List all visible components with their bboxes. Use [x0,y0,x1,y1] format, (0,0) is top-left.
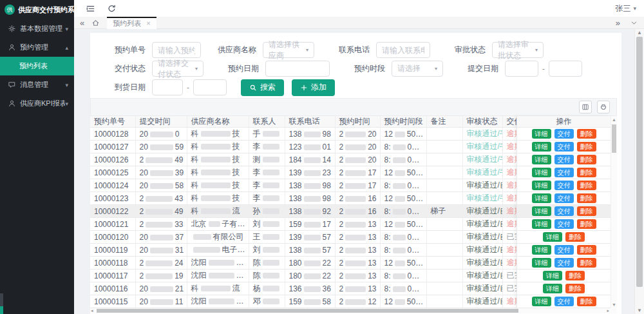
sidebar-scrollbar-thumb[interactable] [0,306,3,314]
delete-button[interactable]: 删除 [565,271,585,280]
delete-button[interactable]: 删除 [577,155,596,164]
deliver-button[interactable]: 交付 [554,297,574,306]
page-scrollbar-thumb[interactable] [636,37,643,287]
vertical-scrollbar-thumb[interactable] [612,124,616,153]
scroll-down-arrow-icon[interactable]: ▼ [635,307,644,314]
contact-phone-input[interactable] [376,42,430,58]
scroll-left-arrow-icon[interactable]: ◂ [91,308,93,313]
deliver-button[interactable]: 交付 [554,245,574,255]
deliver-button[interactable]: 交付 [554,193,574,203]
deliver-button[interactable]: 交付 [554,168,574,177]
detail-button[interactable]: 详细 [532,129,551,139]
redaction [393,157,406,163]
search-button[interactable]: 搜索 [241,79,284,96]
delete-button[interactable]: 删除 [565,284,585,293]
arrival-date-start-input[interactable] [152,79,183,95]
close-icon[interactable]: × [146,20,150,27]
cell-remark [426,231,462,244]
tabs-dropdown-icon[interactable] [630,19,638,26]
delete-button[interactable]: 删除 [577,193,596,203]
deliver-button[interactable]: 交付 [554,206,574,216]
detail-button[interactable]: 详细 [532,297,551,306]
redaction [150,183,173,189]
app-title: 供应商交付预约系统 [18,5,82,15]
cell-remark [426,282,462,295]
table-horizontal-scrollbar[interactable]: ◂ ▸ [90,308,617,313]
scroll-up-arrow-icon[interactable]: ▲ [635,29,644,36]
reservation-no-input[interactable] [152,42,201,58]
delete-button[interactable]: 删除 [577,142,596,152]
sidebar-toggle-icon[interactable] [86,4,95,14]
submit-date-start-input[interactable] [505,61,538,77]
scroll-right-arrow-icon[interactable]: ▸ [607,308,609,313]
detail-button[interactable]: 详细 [532,245,551,255]
delete-button[interactable]: 删除 [577,245,596,255]
detail-button[interactable]: 详细 [532,142,551,152]
detail-button[interactable]: 详细 [532,258,551,268]
submit-date-end-input[interactable] [549,61,582,77]
scroll-down-arrow-icon[interactable]: ▼ [611,301,617,308]
delete-button[interactable]: 删除 [577,181,596,190]
approval-status-select[interactable]: 请选择审批状态 ▾ [492,42,544,58]
deliver-button[interactable]: 交付 [554,181,574,190]
print-button[interactable] [597,101,610,113]
delivery-status-select[interactable]: 请选择交付状态 ▾ [152,61,204,77]
detail-button[interactable]: 详细 [543,271,562,280]
deliver-button[interactable]: 交付 [554,258,574,268]
field-label: 交付状态 [104,63,146,74]
redaction [345,286,366,292]
refresh-icon[interactable] [107,4,117,14]
delete-button[interactable]: 删除 [577,297,596,306]
home-icon[interactable] [91,19,100,27]
deliver-button[interactable]: 交付 [554,155,574,164]
delete-button[interactable]: 删除 [565,232,585,242]
cell-submit-time: 249 [135,153,187,166]
tab-reservation-list[interactable]: 预约列表 × [107,17,156,29]
sidebar-item-2[interactable]: 预约管理▴ [0,38,74,57]
cell-reservation-date: 220 [335,153,380,166]
columns-settings-button[interactable] [579,101,592,113]
scroll-up-arrow-icon[interactable]: ▲ [611,116,617,123]
redaction [209,273,234,279]
detail-button[interactable]: 详细 [532,168,551,177]
cell-reservation-date: 213 [335,231,380,244]
reservation-date-input[interactable] [265,61,330,77]
tabs-scroll-right-icon[interactable]: » [616,19,620,27]
add-button[interactable]: 添加 [292,79,335,96]
arrival-date-end-input[interactable] [193,79,227,95]
detail-button[interactable]: 详细 [532,193,551,203]
deliver-button[interactable]: 交付 [554,129,574,139]
delete-button[interactable]: 删除 [577,129,596,139]
deliver-button[interactable]: 交付 [554,219,574,229]
cell-time-slot: 1250… [380,257,426,270]
delete-button[interactable]: 删除 [577,258,596,268]
detail-button[interactable]: 详细 [532,181,551,190]
tabs-scroll-left-icon[interactable]: « [80,19,84,27]
deliver-button[interactable]: 交付 [554,142,574,152]
delete-button[interactable]: 删除 [577,219,596,229]
sidebar: 供 供应商交付预约系统 基本数据管理▾预约管理▴预约列表消息管理▾供应商KPI报… [0,0,74,314]
table-vertical-scrollbar[interactable]: ▲ ▼ [611,116,617,308]
detail-button[interactable]: 详细 [532,219,551,229]
user-menu[interactable]: 张三 ▾ [615,3,636,14]
supplier-select[interactable]: 请选择供应商 ▾ [263,42,314,58]
page-scrollbar[interactable]: ▲ ▼ [634,29,644,314]
sidebar-item-3[interactable]: 消息管理▾ [0,75,74,94]
sidebar-item-1[interactable]: 基本数据管理▾ [0,19,74,38]
detail-button[interactable]: 详细 [543,284,562,293]
sidebar-item-4[interactable]: 供应商KPI报表▾ [0,94,74,113]
cell-contact: 李 [249,166,285,179]
cell-time-slot: 8:0… [380,205,426,218]
redaction [146,209,173,215]
detail-button[interactable]: 详细 [543,232,562,242]
sidebar-scrollbar[interactable] [0,293,3,314]
detail-button[interactable]: 详细 [532,206,551,216]
horizontal-scrollbar-thumb[interactable] [97,309,518,313]
sidebar-subitem[interactable]: 预约列表 [0,57,74,75]
redaction [193,247,220,253]
detail-button[interactable]: 详细 [532,155,551,164]
reservation-slot-select[interactable]: 请选择 ▾ [392,61,443,77]
delete-button[interactable]: 删除 [577,206,596,216]
delete-button[interactable]: 删除 [577,168,596,177]
redaction [150,299,173,305]
